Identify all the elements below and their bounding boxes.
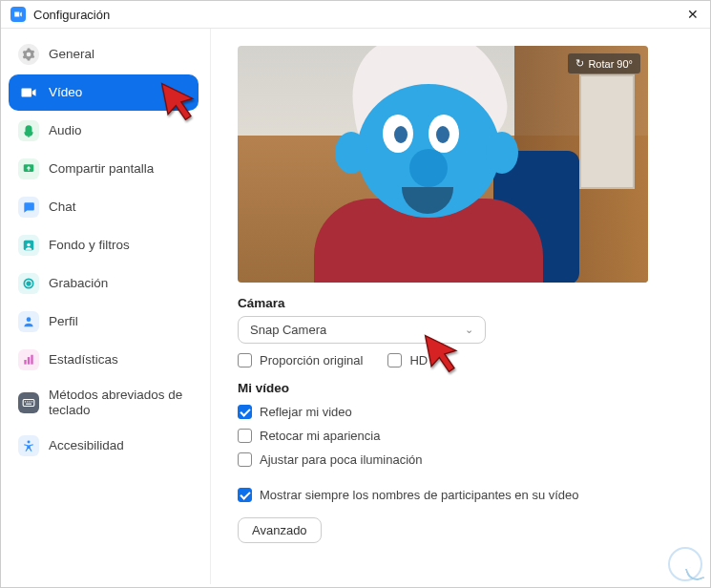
- rotate-icon: ↻: [575, 57, 584, 70]
- sidebar-item-chat[interactable]: Chat: [9, 189, 199, 225]
- sidebar-item-keyboard-shortcuts[interactable]: Métodos abreviados de teclado: [9, 380, 199, 426]
- sidebar-item-label: Grabación: [49, 276, 108, 291]
- rotate-label: Rotar 90°: [588, 58, 633, 70]
- sidebar-item-accessibility[interactable]: Accesibilidad: [9, 428, 199, 464]
- content-panel: ↻ Rotar 90° Cámara Snap Camera ⌄ Proporc…: [211, 29, 710, 584]
- svg-rect-9: [23, 400, 34, 407]
- svg-rect-11: [27, 401, 28, 402]
- sidebar-item-label: Perfil: [49, 314, 78, 329]
- sidebar-item-background[interactable]: Fondo y filtros: [9, 227, 199, 263]
- checkbox-icon: [238, 488, 252, 502]
- sidebar-item-label: Accesibilidad: [49, 438, 124, 453]
- chevron-down-icon: ⌄: [465, 324, 473, 336]
- sidebar-item-label: Fondo y filtros: [49, 238, 130, 253]
- checkbox-label: Ajustar para poca iluminación: [260, 452, 423, 467]
- svg-point-5: [27, 317, 31, 322]
- checkbox-label: Proporción original: [260, 353, 363, 368]
- sidebar-item-share-screen[interactable]: Compartir pantalla: [9, 151, 199, 187]
- gear-icon: [18, 44, 39, 65]
- sidebar-item-general[interactable]: General: [9, 36, 199, 73]
- camera-section-label: Cámara: [238, 296, 683, 310]
- svg-rect-7: [28, 357, 30, 365]
- stats-icon: [18, 349, 39, 370]
- show-names-checkbox[interactable]: Mostrar siempre los nombres de participa…: [238, 488, 683, 502]
- share-screen-icon: [18, 158, 39, 179]
- sidebar-item-video[interactable]: Vídeo: [9, 74, 199, 111]
- checkbox-label: Mostrar siempre los nombres de participa…: [260, 488, 579, 502]
- sidebar-item-label: Chat: [49, 200, 76, 215]
- checkbox-label: HD: [409, 353, 428, 368]
- svg-rect-6: [24, 360, 26, 365]
- watermark-icon: [668, 547, 702, 581]
- keyboard-icon: [18, 392, 39, 413]
- svg-rect-13: [31, 401, 32, 402]
- background-icon: [18, 235, 39, 256]
- close-button[interactable]: ✕: [685, 7, 701, 22]
- checkbox-icon: [238, 353, 252, 368]
- checkbox-icon: [238, 452, 252, 467]
- profile-icon: [18, 311, 39, 332]
- svg-rect-12: [30, 401, 31, 402]
- hd-checkbox[interactable]: HD: [387, 353, 428, 368]
- checkbox-label: Retocar mi apariencia: [260, 429, 380, 443]
- sidebar-item-audio[interactable]: Audio: [9, 113, 199, 149]
- svg-point-4: [27, 282, 31, 285]
- svg-rect-10: [25, 401, 26, 402]
- advanced-button[interactable]: Avanzado: [238, 517, 322, 543]
- advanced-label: Avanzado: [252, 523, 307, 537]
- sidebar-item-recording[interactable]: Grabación: [9, 265, 199, 302]
- sidebar-item-label: Estadísticas: [49, 352, 118, 368]
- video-icon: [18, 82, 39, 103]
- sidebar-item-label: General: [49, 47, 94, 62]
- video-preview: ↻ Rotar 90°: [238, 46, 648, 283]
- sidebar-item-label: Compartir pantalla: [49, 161, 154, 177]
- original-ratio-checkbox[interactable]: Proporción original: [238, 353, 363, 368]
- lowlight-checkbox[interactable]: Ajustar para poca iluminación: [238, 452, 683, 467]
- mirror-video-checkbox[interactable]: Reflejar mi video: [238, 405, 683, 419]
- accessibility-icon: [18, 435, 39, 456]
- record-icon: [18, 273, 39, 294]
- rotate-90-button[interactable]: ↻ Rotar 90°: [568, 53, 640, 74]
- checkbox-label: Reflejar mi video: [260, 405, 352, 419]
- svg-rect-14: [26, 404, 31, 405]
- svg-rect-8: [31, 355, 32, 365]
- checkbox-icon: [238, 429, 252, 443]
- sidebar-item-label: Audio: [49, 123, 82, 138]
- sidebar-item-profile[interactable]: Perfil: [9, 304, 199, 340]
- svg-point-15: [28, 441, 31, 444]
- titlebar: Configuración ✕: [1, 1, 710, 29]
- sidebar-item-statistics[interactable]: Estadísticas: [9, 342, 199, 378]
- my-video-section-label: Mi vídeo: [238, 381, 683, 395]
- audio-icon: [18, 120, 39, 141]
- window-title: Configuración: [33, 8, 110, 22]
- sidebar-item-label: Métodos abreviados de teclado: [49, 388, 189, 418]
- sidebar: General Vídeo Audio Compartir pantalla C: [1, 29, 211, 584]
- chat-icon: [18, 197, 39, 218]
- touchup-checkbox[interactable]: Retocar mi apariencia: [238, 429, 683, 443]
- app-icon: [10, 7, 26, 22]
- svg-point-2: [27, 243, 31, 246]
- checkbox-icon: [238, 405, 252, 419]
- camera-selected-value: Snap Camera: [250, 323, 326, 337]
- checkbox-icon: [387, 353, 402, 368]
- sidebar-item-label: Vídeo: [49, 85, 82, 100]
- camera-dropdown[interactable]: Snap Camera ⌄: [238, 316, 486, 344]
